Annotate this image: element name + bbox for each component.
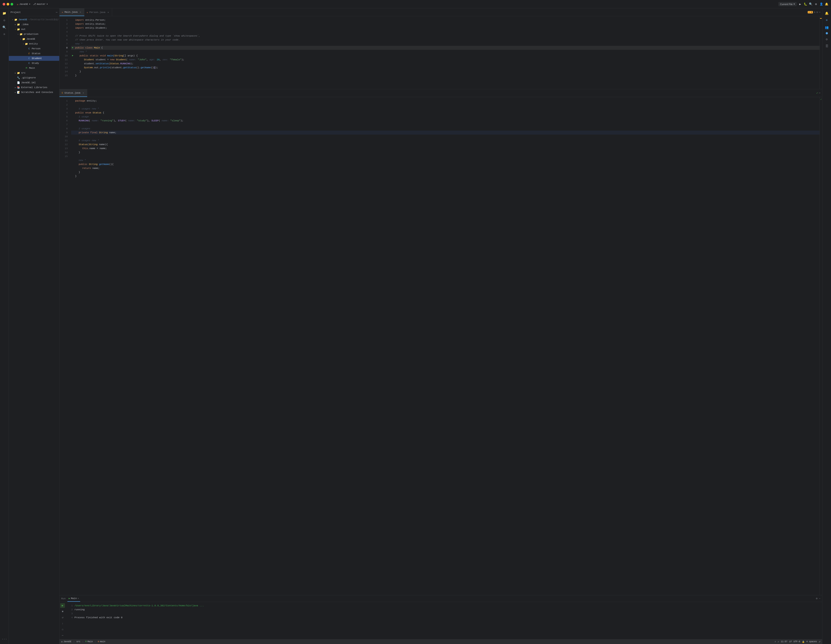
terminal-minimize-icon[interactable]: −	[819, 597, 820, 600]
tree-item-study[interactable]: ▶ C Study	[9, 61, 59, 66]
project-panel-header: Project ⋯	[9, 8, 59, 16]
class-icon-main: M	[25, 66, 28, 70]
avatar-right-icon[interactable]: 👥	[824, 24, 830, 30]
tree-item-ext-libs[interactable]: ▶ 📚 External Libraries	[9, 85, 59, 90]
status-project[interactable]: ⊙ JavaSE	[61, 641, 72, 643]
settings-icon[interactable]: ⚙	[814, 2, 818, 6]
tree-item-idea[interactable]: ▶ 📁 .idea	[9, 22, 59, 27]
project-selector[interactable]: ☕ JavaSE ▾	[17, 2, 30, 6]
tree-item-out[interactable]: ▾ 📁 out	[9, 27, 59, 32]
expand-icon[interactable]: ∨	[817, 11, 818, 14]
editor2-code[interactable]: package entity; 5 usages new * public en…	[69, 97, 820, 595]
class-icon-person: C	[27, 47, 31, 51]
terminal-exit: Process finished with exit code 0	[75, 615, 123, 620]
current-file-button[interactable]: Current File ▾	[778, 2, 797, 6]
folder-icon-javase: 📁	[22, 37, 25, 41]
terminal-line-2: 2 running	[68, 607, 820, 612]
avatar-icon[interactable]: 👤	[820, 2, 823, 6]
editor1-content: 1234 567 8 9101112131415 import entity.P…	[59, 16, 822, 89]
terminal-path: /Users/eve/Library/Java/JavaVirtualMachi…	[75, 604, 204, 607]
tree-item-gitignore[interactable]: ▶ 🔧 .gitignore	[9, 75, 59, 80]
terminal-tab-close[interactable]: ✕	[78, 597, 79, 600]
terminal-header: Run ▶ Main ✕ ⚙ −	[59, 595, 822, 602]
collapse-icon[interactable]: ∧	[814, 11, 815, 14]
editor2-more-icon[interactable]: ⋯	[819, 91, 820, 95]
status-main-class[interactable]: M Main	[85, 641, 93, 643]
project-icon[interactable]: 📁	[1, 10, 8, 16]
tree-item-root[interactable]: ▾ 📁 JavaSE ~/Desktop/CS/JavaSE基础/1 Java …	[9, 17, 59, 22]
status-encoding[interactable]: UTF-8	[794, 641, 800, 643]
branch-selector[interactable]: ⎇ master ▾	[33, 3, 48, 5]
status-src[interactable]: src	[76, 641, 80, 643]
terminal-content[interactable]: 1 /Users/eve/Library/Java/JavaVirtualMac…	[66, 602, 822, 639]
tree-label-student: Student	[32, 57, 42, 60]
notifications-right-icon[interactable]: 🔔	[824, 10, 830, 16]
status-power-icon[interactable]: ⚡	[775, 641, 776, 643]
tab-main-java[interactable]: ☕ Main.java ✕	[59, 8, 84, 16]
status-time: 11:57	[781, 641, 787, 643]
status-lock-icon[interactable]: 🔒	[802, 641, 805, 643]
notifications-icon[interactable]: 🔔	[825, 2, 828, 6]
traffic-lights	[3, 3, 13, 5]
tab-status-java[interactable]: E Status.java ✕	[59, 89, 87, 97]
tree-item-person[interactable]: ▶ C Person	[9, 46, 59, 51]
minimize-button[interactable]	[6, 3, 9, 5]
terminal-settings-icon[interactable]: ⚙	[816, 597, 818, 600]
run-rerun-icon[interactable]: ↺	[60, 615, 65, 620]
terminal-line-4: 4 Process finished with exit code 0	[68, 615, 820, 620]
database-right-icon[interactable]: 🗄	[824, 43, 830, 49]
folder-icon-production: 📁	[19, 32, 23, 36]
terminal-panel: Run ▶ Main ✕ ⚙ − ▶ ■ ↺ ↓ ⌂ ⋯	[59, 595, 822, 639]
editor1-code[interactable]: import entity.Person; import entity.Stat…	[69, 16, 820, 89]
tree-item-production[interactable]: ▾ 📁 production	[9, 32, 59, 37]
vcs-icon[interactable]: ⊙	[1, 17, 8, 23]
terminal-run-icon: ▶	[69, 597, 70, 600]
maximize-button[interactable]	[11, 3, 13, 5]
search-icon[interactable]: 🔍	[809, 2, 812, 6]
tab-person-java-close[interactable]: ✕	[107, 11, 110, 14]
tab-status-java-close[interactable]: ✕	[82, 91, 85, 94]
editor1-more-icon[interactable]: ⋯	[819, 11, 820, 14]
plugin-right-icon[interactable]: ⚙	[824, 36, 830, 42]
run-more-icon[interactable]: ⋯	[60, 633, 65, 638]
debug-icon[interactable]: 🐛	[804, 2, 807, 6]
structure-icon[interactable]: ≡	[1, 31, 8, 37]
tree-item-iml[interactable]: ▶ 📄 JavaSE.iml	[9, 80, 59, 85]
tree-item-javase-folder[interactable]: ▾ 📁 JavaSE	[9, 37, 59, 41]
tree-item-student[interactable]: ▶ C Student	[9, 56, 59, 61]
tree-label-person: Person	[32, 47, 41, 50]
run-icon[interactable]: ▶	[798, 2, 802, 6]
class-icon-student: C	[27, 57, 31, 60]
status-indent[interactable]: 4 spaces	[806, 641, 817, 643]
tree-item-status[interactable]: ▶ E Status	[9, 51, 59, 56]
find-icon[interactable]: 🔍	[1, 24, 8, 30]
tree-item-entity[interactable]: ▾ 📁 entity	[9, 41, 59, 46]
terminal-tab-label: Main	[71, 597, 76, 600]
tree-item-scratches[interactable]: ▶ 📝 Scratches and Consoles	[9, 90, 59, 95]
tab-person-java[interactable]: ☕ Person.java ✕	[84, 8, 112, 16]
tree-item-src[interactable]: ▶ 📁 src	[9, 70, 59, 75]
structure-right-icon[interactable]: ≡	[824, 17, 830, 23]
status-main-method[interactable]: m main	[98, 641, 105, 643]
more-icon[interactable]: ···	[1, 636, 8, 642]
branch-name-label: master	[37, 3, 46, 5]
project-panel-menu-icon[interactable]: ⋯	[56, 11, 57, 14]
folder-icon-src: 📁	[17, 71, 20, 75]
run-gutter-2[interactable]: ▶	[71, 54, 74, 57]
tree-path-root: ~/Desktop/CS/JavaSE基础/1 Java SE/Cod...	[28, 18, 59, 21]
run-wrap-icon[interactable]: ⌂	[60, 627, 65, 632]
run-scroll-icon[interactable]: ↓	[60, 621, 65, 626]
run-gutter-1[interactable]: ▶	[71, 46, 74, 49]
java-icon: ☕	[17, 2, 19, 6]
run-stop-icon[interactable]: ■	[60, 609, 65, 614]
run-play-icon[interactable]: ▶	[60, 603, 65, 608]
status-line-sep[interactable]: LF	[789, 641, 792, 643]
status-vcs-icon[interactable]: ✓	[778, 641, 779, 643]
tab-main-java-close[interactable]: ✕	[79, 11, 82, 14]
terminal-main-tab[interactable]: ▶ Main ✕	[67, 595, 80, 602]
close-button[interactable]	[3, 3, 5, 5]
status-expand-icon[interactable]: ⤢	[819, 641, 820, 643]
status-main-method-icon: m	[98, 641, 99, 643]
project-panel: Project ⋯ ▾ 📁 JavaSE ~/Desktop/CS/JavaSE…	[9, 8, 59, 644]
tree-item-main[interactable]: ▶ M Main	[9, 66, 59, 70]
